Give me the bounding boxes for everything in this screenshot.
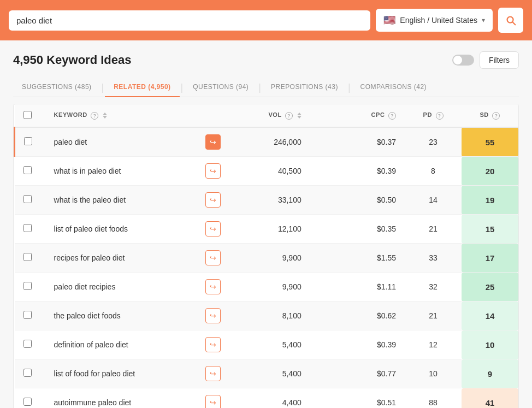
- language-selector[interactable]: 🇺🇸 English / United States ▾: [376, 9, 493, 32]
- keyword-sort-icons[interactable]: [103, 113, 107, 119]
- row-checkbox[interactable]: [23, 195, 32, 203]
- filters-button[interactable]: Filters: [480, 51, 519, 69]
- row-arrow-button[interactable]: ↪: [205, 134, 221, 150]
- row-keyword: what is the paleo diet: [45, 186, 197, 215]
- chevron-down-icon: ▾: [482, 16, 485, 24]
- row-checkbox[interactable]: [23, 340, 32, 348]
- table-header-row: KEYWORD ? VOL ?: [15, 104, 519, 127]
- th-vol: VOL ?: [234, 104, 310, 127]
- row-arrow-button[interactable]: ↪: [205, 250, 221, 265]
- table-container: KEYWORD ? VOL ?: [13, 104, 519, 408]
- tab-related[interactable]: RELATED (4,950): [105, 78, 179, 97]
- search-button[interactable]: [498, 8, 523, 33]
- row-checkbox[interactable]: [23, 253, 32, 261]
- row-arrow-button[interactable]: ↪: [205, 308, 221, 323]
- row-keyword: autoimmune paleo diet: [45, 388, 197, 409]
- search-input[interactable]: [16, 16, 363, 25]
- pd-help-icon: ?: [436, 112, 444, 120]
- row-checkbox-cell: [15, 215, 45, 244]
- table-row: autoimmune paleo diet ↪ 4,400 $0.51 88 4…: [15, 388, 519, 409]
- row-arrow-cell: ↪: [197, 273, 234, 301]
- row-pd: 33: [405, 244, 462, 273]
- row-vol: 8,100: [234, 301, 310, 330]
- tab-comparisons[interactable]: COMPARISONS (42): [352, 78, 435, 97]
- th-cpc: CPC ?: [335, 104, 405, 127]
- row-keyword: list of paleo diet foods: [45, 215, 197, 244]
- row-vol: 33,100: [234, 186, 310, 215]
- row-arrow-button[interactable]: ↪: [205, 366, 221, 381]
- row-cpc: $0.37: [335, 127, 405, 157]
- row-checkbox[interactable]: [23, 311, 32, 319]
- row-sd: 14: [462, 301, 518, 330]
- row-keyword: the paleo diet foods: [45, 301, 197, 330]
- row-arrow-cell: ↪: [197, 157, 234, 186]
- tab-divider-2: |: [180, 82, 185, 92]
- row-checkbox-cell: [15, 157, 45, 186]
- vol-sort-icons[interactable]: [297, 113, 302, 119]
- row-arrow-button[interactable]: ↪: [205, 192, 221, 208]
- row-checkbox[interactable]: [23, 224, 32, 232]
- row-arrow-button[interactable]: ↪: [205, 221, 221, 236]
- row-vol: 9,900: [234, 273, 310, 301]
- row-cpc: $0.51: [335, 388, 405, 409]
- row-keyword: list of food for paleo diet: [45, 359, 197, 388]
- row-arrow-button[interactable]: ↪: [205, 279, 221, 294]
- row-checkbox[interactable]: [23, 369, 32, 377]
- row-checkbox[interactable]: [23, 282, 32, 290]
- row-arrow-cell: ↪: [197, 359, 234, 388]
- row-sd: 55: [462, 127, 518, 157]
- row-pd: 8: [405, 157, 462, 186]
- row-arrow-button[interactable]: ↪: [205, 337, 221, 352]
- row-checkbox[interactable]: [24, 137, 32, 145]
- row-checkbox[interactable]: [23, 166, 32, 174]
- row-arrow-cell: ↪: [197, 388, 234, 409]
- row-keyword: definition of paleo diet: [45, 330, 197, 359]
- row-vol-arrows: [310, 157, 335, 186]
- row-sd: 9: [462, 359, 518, 388]
- row-sd: 19: [462, 186, 518, 215]
- row-vol-arrows: [310, 186, 335, 215]
- row-checkbox-cell: [15, 186, 45, 215]
- keyword-table: KEYWORD ? VOL ?: [14, 104, 518, 408]
- table-row: recipes for paleo diet ↪ 9,900 $1.55 33 …: [15, 244, 519, 273]
- row-sd: 15: [462, 215, 518, 244]
- row-keyword: what is in paleo diet: [45, 157, 197, 186]
- row-checkbox-cell: [15, 301, 45, 330]
- row-vol: 12,100: [234, 215, 310, 244]
- row-vol-arrows: [310, 330, 335, 359]
- row-cpc: $0.50: [335, 186, 405, 215]
- row-arrow-cell: ↪: [197, 244, 234, 273]
- toggle-knob: [453, 56, 462, 64]
- toggle-switch[interactable]: [452, 55, 474, 66]
- row-arrow-button[interactable]: ↪: [205, 395, 221, 408]
- row-checkbox[interactable]: [23, 398, 32, 406]
- row-pd: 21: [405, 301, 462, 330]
- page-title: 4,950 Keyword Ideas: [13, 53, 131, 67]
- keyword-help-icon: ?: [91, 112, 98, 120]
- row-sd: 20: [462, 157, 518, 186]
- tab-suggestions[interactable]: SUGGESTIONS (485): [13, 78, 101, 97]
- language-text: English / United States: [400, 16, 477, 25]
- table-row: list of food for paleo diet ↪ 5,400 $0.7…: [15, 359, 519, 388]
- main-content: 4,950 Keyword Ideas Filters SUGGESTIONS …: [0, 40, 532, 408]
- row-vol-arrows: [310, 215, 335, 244]
- tabs-wrapper: SUGGESTIONS (485) | RELATED (4,950) | QU…: [13, 78, 519, 97]
- row-cpc: $0.77: [335, 359, 405, 388]
- row-vol-arrows: [310, 244, 335, 273]
- tab-divider-3: |: [257, 82, 262, 92]
- tab-questions[interactable]: QUESTIONS (94): [184, 78, 257, 97]
- search-icon: [505, 14, 517, 26]
- th-pd: PD ?: [405, 104, 462, 127]
- table-body: paleo diet ↪ 246,000 $0.37 23 55 what is…: [15, 127, 519, 408]
- tab-divider-4: |: [347, 82, 352, 92]
- search-input-wrapper[interactable]: [9, 10, 370, 31]
- select-all-checkbox[interactable]: [23, 111, 32, 119]
- row-arrow-button[interactable]: ↪: [205, 163, 221, 179]
- tab-prepositions[interactable]: PREPOSITIONS (43): [262, 78, 347, 97]
- row-cpc: $0.39: [335, 157, 405, 186]
- row-arrow-cell: ↪: [197, 186, 234, 215]
- row-vol: 9,900: [234, 244, 310, 273]
- row-sd: 25: [462, 273, 518, 301]
- row-pd: 88: [405, 388, 462, 409]
- table-row: paleo diet ↪ 246,000 $0.37 23 55: [15, 127, 519, 157]
